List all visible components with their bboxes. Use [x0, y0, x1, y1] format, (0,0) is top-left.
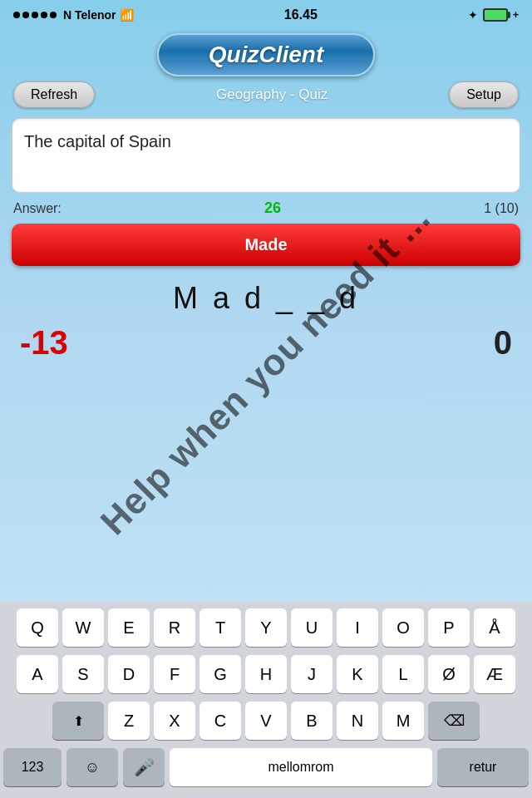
key-s[interactable]: S: [62, 655, 104, 693]
shift-key[interactable]: ⬆: [52, 702, 104, 740]
answer-button[interactable]: Made: [12, 224, 520, 266]
signal-dots: [13, 12, 57, 18]
answer-score: 1 (10): [484, 201, 519, 216]
question-text: The capital of Spain: [24, 132, 171, 150]
bluetooth-icon: ✦: [468, 8, 478, 22]
answer-row: Answer: 26 1 (10): [0, 196, 532, 220]
status-bar: N Telenor 📶 16.45 ✦ +: [0, 0, 532, 30]
key-e[interactable]: E: [108, 608, 150, 647]
key-k[interactable]: K: [337, 655, 378, 693]
score-negative: -13: [20, 324, 68, 362]
charging-icon: +: [513, 9, 519, 21]
key-y[interactable]: Y: [245, 608, 287, 647]
key-g[interactable]: G: [200, 655, 241, 693]
key-a[interactable]: A: [17, 655, 58, 693]
key-b[interactable]: B: [291, 702, 332, 740]
app-header: QuizClient Refresh Geography - Quiz Setu…: [0, 30, 532, 115]
key-o[interactable]: O: [382, 608, 424, 647]
wifi-icon: 📶: [120, 8, 134, 22]
key-v[interactable]: V: [245, 702, 287, 740]
logo-oval: QuizClient: [157, 33, 375, 76]
numbers-key[interactable]: 123: [3, 748, 62, 786]
key-ae[interactable]: Æ: [474, 655, 515, 693]
score-row: -13 0: [0, 321, 532, 365]
header-buttons: Refresh Geography - Quiz Setup: [10, 81, 522, 108]
status-left: N Telenor 📶: [13, 8, 134, 22]
key-h[interactable]: H: [245, 655, 287, 693]
refresh-button[interactable]: Refresh: [13, 81, 95, 108]
key-d[interactable]: D: [108, 655, 150, 693]
key-c[interactable]: C: [200, 702, 241, 740]
question-box: The capital of Spain: [12, 118, 520, 193]
keyboard-row-2: A S D F G H J K L Ø Æ: [3, 655, 529, 693]
key-r[interactable]: R: [154, 608, 195, 647]
delete-key[interactable]: ⌫: [428, 702, 480, 740]
word-display: M a d _ _ d: [0, 281, 532, 316]
status-right: ✦ +: [468, 8, 519, 22]
key-j[interactable]: J: [291, 655, 332, 693]
emoji-key[interactable]: ☺: [66, 748, 118, 786]
key-u[interactable]: U: [291, 608, 332, 647]
key-x[interactable]: X: [154, 702, 195, 740]
keyboard-row-3: ⬆ Z X C V B N M ⌫: [3, 702, 529, 740]
key-w[interactable]: W: [62, 608, 104, 647]
key-q[interactable]: Q: [17, 608, 58, 647]
key-t[interactable]: T: [200, 608, 241, 647]
return-key[interactable]: retur: [437, 748, 529, 786]
keyboard-row-4: 123 ☺ 🎤 mellomrom retur: [3, 748, 529, 786]
key-aa[interactable]: Å: [474, 608, 515, 647]
carrier-label: N Telenor: [63, 8, 116, 22]
key-ostroke[interactable]: Ø: [428, 655, 470, 693]
time-display: 16.45: [284, 7, 318, 22]
score-positive: 0: [494, 324, 512, 362]
app-logo: QuizClient: [209, 42, 323, 67]
key-l[interactable]: L: [382, 655, 424, 693]
answer-label: Answer:: [13, 201, 62, 216]
setup-button[interactable]: Setup: [449, 81, 519, 108]
key-m[interactable]: M: [382, 702, 424, 740]
key-z[interactable]: Z: [108, 702, 150, 740]
key-n[interactable]: N: [337, 702, 378, 740]
space-key[interactable]: mellomrom: [170, 748, 432, 786]
key-p[interactable]: P: [428, 608, 470, 647]
keyboard-row-1: Q W E R T Y U I O P Å: [3, 608, 529, 647]
key-f[interactable]: F: [154, 655, 195, 693]
microphone-key[interactable]: 🎤: [123, 748, 165, 786]
battery-icon: [483, 8, 508, 22]
key-i[interactable]: I: [337, 608, 378, 647]
answer-count: 26: [264, 200, 281, 217]
keyboard: Q W E R T Y U I O P Å A S D F G H J K L …: [0, 602, 532, 798]
quiz-subtitle: Geography - Quiz: [216, 86, 328, 103]
